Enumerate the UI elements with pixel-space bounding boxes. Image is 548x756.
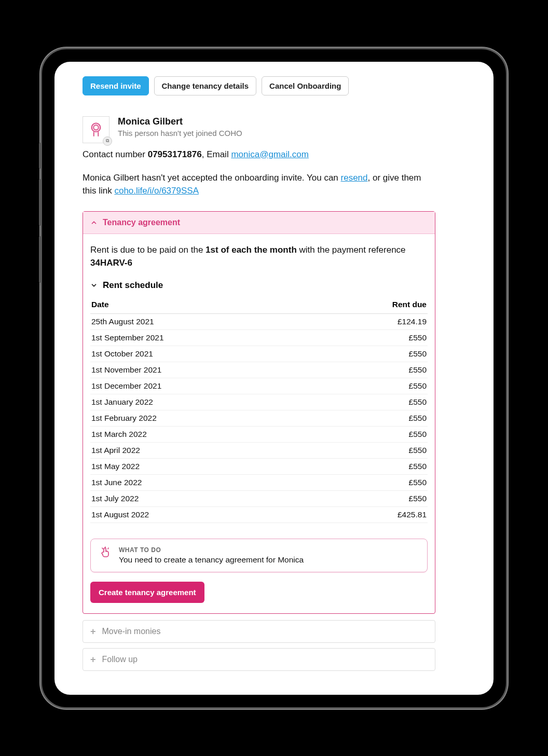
chevron-down-icon	[90, 282, 98, 289]
rent-amount: £550	[317, 474, 428, 490]
avatar-badge-icon: ⧉	[103, 136, 112, 146]
table-row: 1st September 2021£550	[90, 329, 428, 346]
rent-text-bold: 1st of each the month	[206, 245, 297, 255]
person-header: ⧉ Monica Gilbert This person hasn't yet …	[83, 116, 435, 143]
rent-date: 1st February 2022	[90, 410, 317, 426]
tenancy-agreement-panel: Tenancy agreement Rent is due to be paid…	[83, 211, 435, 614]
table-row: 1st May 2022£550	[90, 458, 428, 474]
col-rent-due: Rent due	[317, 296, 428, 314]
rent-schedule-table: Date Rent due 25th August 2021£124.191st…	[90, 296, 428, 523]
rent-date: 1st November 2021	[90, 362, 317, 378]
action-button-row: Resend invite Change tenancy details Can…	[83, 76, 435, 95]
person-icon	[87, 121, 105, 139]
contact-email-prefix: , Email	[202, 149, 231, 159]
contact-line: Contact number 07953171876, Email monica…	[83, 149, 435, 160]
rent-date: 1st January 2022	[90, 394, 317, 410]
rent-amount: £124.19	[317, 313, 428, 329]
rent-date: 1st September 2021	[90, 329, 317, 346]
rent-date: 1st May 2022	[90, 458, 317, 474]
rent-amount: £550	[317, 458, 428, 474]
tablet-side-button	[39, 236, 41, 283]
tablet-side-button	[39, 143, 41, 169]
tablet-side-button	[39, 179, 41, 226]
move-in-monies-label: Move-in monies	[102, 627, 161, 636]
table-row: 1st July 2022£550	[90, 490, 428, 506]
contact-prefix: Contact number	[83, 149, 148, 159]
svg-point-1	[93, 125, 98, 130]
rent-text-pre: Rent is due to be paid on the	[90, 245, 206, 255]
move-in-monies-panel[interactable]: + Move-in monies	[83, 620, 435, 643]
table-row: 1st June 2022£550	[90, 474, 428, 490]
rent-schedule-toggle[interactable]: Rent schedule	[90, 280, 428, 291]
rent-date: 1st April 2022	[90, 442, 317, 458]
table-row: 1st October 2021£550	[90, 346, 428, 362]
rent-date: 25th August 2021	[90, 313, 317, 329]
chevron-up-icon	[90, 219, 98, 226]
table-row: 1st February 2022£550	[90, 410, 428, 426]
screen: Resend invite Change tenancy details Can…	[54, 62, 494, 695]
todo-title: WHAT TO DO	[119, 546, 304, 554]
table-row: 1st December 2021£550	[90, 378, 428, 394]
todo-text: You need to create a tenancy agreement f…	[119, 555, 304, 565]
rent-date: 1st August 2022	[90, 506, 317, 523]
table-row: 1st March 2022£550	[90, 426, 428, 442]
create-tenancy-button[interactable]: Create tenancy agreement	[90, 582, 204, 603]
pointer-icon	[99, 546, 112, 561]
rent-reference: 34HARV-6	[90, 258, 132, 268]
rent-date: 1st October 2021	[90, 346, 317, 362]
table-row: 1st January 2022£550	[90, 394, 428, 410]
table-row: 25th August 2021£124.19	[90, 313, 428, 329]
todo-card: WHAT TO DO You need to create a tenancy …	[90, 539, 428, 572]
rent-date: 1st December 2021	[90, 378, 317, 394]
tenancy-panel-body: Rent is due to be paid on the 1st of eac…	[83, 234, 435, 613]
resend-link[interactable]: resend	[341, 173, 368, 183]
rent-amount: £550	[317, 346, 428, 362]
rent-amount: £550	[317, 362, 428, 378]
follow-up-label: Follow up	[102, 655, 138, 664]
contact-phone: 07953171876	[148, 149, 202, 159]
rent-date: 1st June 2022	[90, 474, 317, 490]
rent-amount: £550	[317, 329, 428, 346]
rent-amount: £550	[317, 426, 428, 442]
tenancy-panel-header[interactable]: Tenancy agreement	[83, 212, 435, 234]
person-name: Monica Gilbert	[118, 116, 242, 127]
person-join-status: This person hasn't yet joined COHO	[118, 129, 242, 138]
rent-amount: £425.81	[317, 506, 428, 523]
contact-email-link[interactable]: monica@gmail.com	[231, 149, 309, 159]
rent-date: 1st March 2022	[90, 426, 317, 442]
rent-amount: £550	[317, 410, 428, 426]
rent-amount: £550	[317, 490, 428, 506]
rent-amount: £550	[317, 378, 428, 394]
invite-link[interactable]: coho.life/i/o/6379SSA	[114, 186, 199, 196]
plus-icon: +	[90, 627, 96, 636]
rent-text-mid: with the payment reference	[297, 245, 406, 255]
rent-amount: £550	[317, 394, 428, 410]
rent-description: Rent is due to be paid on the 1st of eac…	[90, 243, 428, 270]
rent-amount: £550	[317, 442, 428, 458]
col-date: Date	[90, 296, 317, 314]
rent-schedule-label: Rent schedule	[103, 280, 163, 291]
tenancy-panel-title: Tenancy agreement	[103, 218, 180, 227]
follow-up-panel[interactable]: + Follow up	[83, 648, 435, 671]
table-row: 1st August 2022£425.81	[90, 506, 428, 523]
rent-date: 1st July 2022	[90, 490, 317, 506]
avatar: ⧉	[83, 116, 109, 143]
table-row: 1st November 2021£550	[90, 362, 428, 378]
invite-paragraph: Monica Gilbert hasn't yet accepted the o…	[83, 171, 435, 198]
invite-text-1: Monica Gilbert hasn't yet accepted the o…	[83, 173, 341, 183]
cancel-onboarding-button[interactable]: Cancel Onboarding	[262, 76, 349, 95]
plus-icon: +	[90, 655, 96, 664]
table-row: 1st April 2022£550	[90, 442, 428, 458]
change-tenancy-button[interactable]: Change tenancy details	[154, 76, 257, 95]
resend-invite-button[interactable]: Resend invite	[83, 76, 149, 95]
tablet-frame: Resend invite Change tenancy details Can…	[40, 48, 508, 709]
